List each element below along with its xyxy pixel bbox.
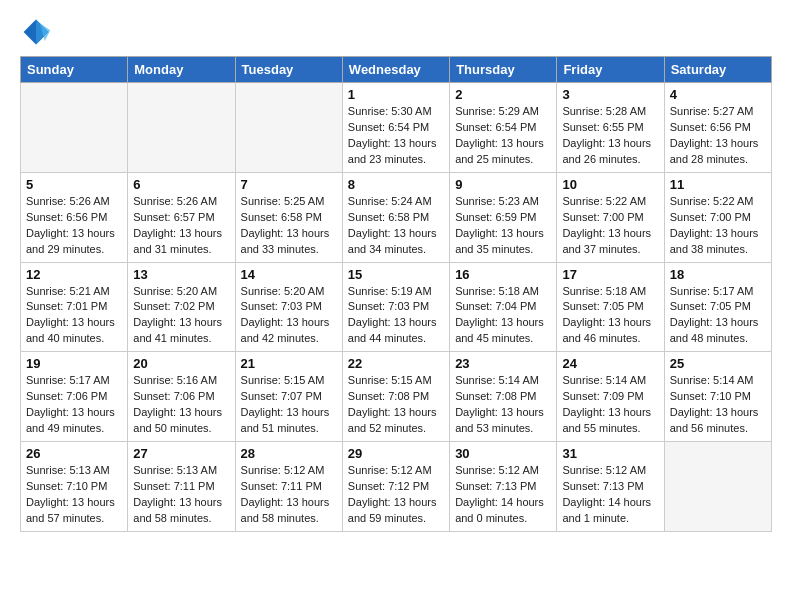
day-info: Sunrise: 5:26 AM Sunset: 6:57 PM Dayligh… — [133, 194, 229, 258]
day-info: Sunrise: 5:21 AM Sunset: 7:01 PM Dayligh… — [26, 284, 122, 348]
calendar-cell: 26Sunrise: 5:13 AM Sunset: 7:10 PM Dayli… — [21, 442, 128, 532]
day-info: Sunrise: 5:17 AM Sunset: 7:06 PM Dayligh… — [26, 373, 122, 437]
day-info: Sunrise: 5:23 AM Sunset: 6:59 PM Dayligh… — [455, 194, 551, 258]
calendar-cell — [235, 83, 342, 173]
day-header-sunday: Sunday — [21, 57, 128, 83]
day-number: 9 — [455, 177, 551, 192]
day-info: Sunrise: 5:14 AM Sunset: 7:10 PM Dayligh… — [670, 373, 766, 437]
calendar-cell: 14Sunrise: 5:20 AM Sunset: 7:03 PM Dayli… — [235, 262, 342, 352]
calendar-cell: 18Sunrise: 5:17 AM Sunset: 7:05 PM Dayli… — [664, 262, 771, 352]
day-info: Sunrise: 5:14 AM Sunset: 7:09 PM Dayligh… — [562, 373, 658, 437]
calendar-cell: 16Sunrise: 5:18 AM Sunset: 7:04 PM Dayli… — [450, 262, 557, 352]
day-info: Sunrise: 5:13 AM Sunset: 7:11 PM Dayligh… — [133, 463, 229, 527]
calendar-header-row: SundayMondayTuesdayWednesdayThursdayFrid… — [21, 57, 772, 83]
calendar-cell: 30Sunrise: 5:12 AM Sunset: 7:13 PM Dayli… — [450, 442, 557, 532]
day-number: 17 — [562, 267, 658, 282]
day-info: Sunrise: 5:19 AM Sunset: 7:03 PM Dayligh… — [348, 284, 444, 348]
calendar-cell — [21, 83, 128, 173]
calendar-week-4: 26Sunrise: 5:13 AM Sunset: 7:10 PM Dayli… — [21, 442, 772, 532]
day-number: 25 — [670, 356, 766, 371]
day-info: Sunrise: 5:14 AM Sunset: 7:08 PM Dayligh… — [455, 373, 551, 437]
day-number: 27 — [133, 446, 229, 461]
day-info: Sunrise: 5:24 AM Sunset: 6:58 PM Dayligh… — [348, 194, 444, 258]
day-number: 28 — [241, 446, 337, 461]
day-header-saturday: Saturday — [664, 57, 771, 83]
calendar-cell: 10Sunrise: 5:22 AM Sunset: 7:00 PM Dayli… — [557, 172, 664, 262]
day-number: 30 — [455, 446, 551, 461]
day-number: 2 — [455, 87, 551, 102]
day-number: 29 — [348, 446, 444, 461]
day-number: 18 — [670, 267, 766, 282]
day-number: 20 — [133, 356, 229, 371]
day-info: Sunrise: 5:26 AM Sunset: 6:56 PM Dayligh… — [26, 194, 122, 258]
day-info: Sunrise: 5:12 AM Sunset: 7:13 PM Dayligh… — [562, 463, 658, 527]
calendar-cell: 22Sunrise: 5:15 AM Sunset: 7:08 PM Dayli… — [342, 352, 449, 442]
calendar-cell: 2Sunrise: 5:29 AM Sunset: 6:54 PM Daylig… — [450, 83, 557, 173]
calendar-cell: 20Sunrise: 5:16 AM Sunset: 7:06 PM Dayli… — [128, 352, 235, 442]
calendar-cell: 31Sunrise: 5:12 AM Sunset: 7:13 PM Dayli… — [557, 442, 664, 532]
calendar-table: SundayMondayTuesdayWednesdayThursdayFrid… — [20, 56, 772, 532]
calendar-cell — [664, 442, 771, 532]
day-info: Sunrise: 5:18 AM Sunset: 7:05 PM Dayligh… — [562, 284, 658, 348]
day-number: 21 — [241, 356, 337, 371]
calendar-cell: 13Sunrise: 5:20 AM Sunset: 7:02 PM Dayli… — [128, 262, 235, 352]
calendar-cell: 3Sunrise: 5:28 AM Sunset: 6:55 PM Daylig… — [557, 83, 664, 173]
calendar-cell: 15Sunrise: 5:19 AM Sunset: 7:03 PM Dayli… — [342, 262, 449, 352]
calendar-cell: 23Sunrise: 5:14 AM Sunset: 7:08 PM Dayli… — [450, 352, 557, 442]
logo — [20, 16, 52, 48]
day-info: Sunrise: 5:28 AM Sunset: 6:55 PM Dayligh… — [562, 104, 658, 168]
logo-icon — [20, 16, 52, 48]
calendar-cell: 12Sunrise: 5:21 AM Sunset: 7:01 PM Dayli… — [21, 262, 128, 352]
calendar-cell: 24Sunrise: 5:14 AM Sunset: 7:09 PM Dayli… — [557, 352, 664, 442]
calendar-cell: 4Sunrise: 5:27 AM Sunset: 6:56 PM Daylig… — [664, 83, 771, 173]
calendar-week-1: 5Sunrise: 5:26 AM Sunset: 6:56 PM Daylig… — [21, 172, 772, 262]
day-info: Sunrise: 5:12 AM Sunset: 7:12 PM Dayligh… — [348, 463, 444, 527]
calendar-cell: 6Sunrise: 5:26 AM Sunset: 6:57 PM Daylig… — [128, 172, 235, 262]
day-number: 4 — [670, 87, 766, 102]
calendar-cell: 19Sunrise: 5:17 AM Sunset: 7:06 PM Dayli… — [21, 352, 128, 442]
day-number: 10 — [562, 177, 658, 192]
calendar-week-2: 12Sunrise: 5:21 AM Sunset: 7:01 PM Dayli… — [21, 262, 772, 352]
day-number: 26 — [26, 446, 122, 461]
day-number: 19 — [26, 356, 122, 371]
day-header-monday: Monday — [128, 57, 235, 83]
day-number: 13 — [133, 267, 229, 282]
day-number: 6 — [133, 177, 229, 192]
day-info: Sunrise: 5:13 AM Sunset: 7:10 PM Dayligh… — [26, 463, 122, 527]
day-header-tuesday: Tuesday — [235, 57, 342, 83]
calendar-cell: 1Sunrise: 5:30 AM Sunset: 6:54 PM Daylig… — [342, 83, 449, 173]
day-number: 31 — [562, 446, 658, 461]
calendar-cell: 28Sunrise: 5:12 AM Sunset: 7:11 PM Dayli… — [235, 442, 342, 532]
calendar-cell: 21Sunrise: 5:15 AM Sunset: 7:07 PM Dayli… — [235, 352, 342, 442]
day-number: 15 — [348, 267, 444, 282]
calendar-cell: 8Sunrise: 5:24 AM Sunset: 6:58 PM Daylig… — [342, 172, 449, 262]
day-info: Sunrise: 5:20 AM Sunset: 7:02 PM Dayligh… — [133, 284, 229, 348]
day-info: Sunrise: 5:15 AM Sunset: 7:07 PM Dayligh… — [241, 373, 337, 437]
calendar-body: 1Sunrise: 5:30 AM Sunset: 6:54 PM Daylig… — [21, 83, 772, 532]
day-number: 5 — [26, 177, 122, 192]
day-info: Sunrise: 5:25 AM Sunset: 6:58 PM Dayligh… — [241, 194, 337, 258]
day-info: Sunrise: 5:15 AM Sunset: 7:08 PM Dayligh… — [348, 373, 444, 437]
day-header-friday: Friday — [557, 57, 664, 83]
day-info: Sunrise: 5:30 AM Sunset: 6:54 PM Dayligh… — [348, 104, 444, 168]
calendar-week-3: 19Sunrise: 5:17 AM Sunset: 7:06 PM Dayli… — [21, 352, 772, 442]
calendar-cell: 7Sunrise: 5:25 AM Sunset: 6:58 PM Daylig… — [235, 172, 342, 262]
calendar-cell: 17Sunrise: 5:18 AM Sunset: 7:05 PM Dayli… — [557, 262, 664, 352]
calendar-cell: 27Sunrise: 5:13 AM Sunset: 7:11 PM Dayli… — [128, 442, 235, 532]
calendar-cell: 25Sunrise: 5:14 AM Sunset: 7:10 PM Dayli… — [664, 352, 771, 442]
calendar-cell: 5Sunrise: 5:26 AM Sunset: 6:56 PM Daylig… — [21, 172, 128, 262]
calendar-week-0: 1Sunrise: 5:30 AM Sunset: 6:54 PM Daylig… — [21, 83, 772, 173]
day-number: 8 — [348, 177, 444, 192]
day-number: 11 — [670, 177, 766, 192]
day-number: 23 — [455, 356, 551, 371]
day-header-wednesday: Wednesday — [342, 57, 449, 83]
calendar-cell: 29Sunrise: 5:12 AM Sunset: 7:12 PM Dayli… — [342, 442, 449, 532]
day-info: Sunrise: 5:12 AM Sunset: 7:11 PM Dayligh… — [241, 463, 337, 527]
day-number: 7 — [241, 177, 337, 192]
calendar-cell: 9Sunrise: 5:23 AM Sunset: 6:59 PM Daylig… — [450, 172, 557, 262]
day-info: Sunrise: 5:20 AM Sunset: 7:03 PM Dayligh… — [241, 284, 337, 348]
day-info: Sunrise: 5:16 AM Sunset: 7:06 PM Dayligh… — [133, 373, 229, 437]
day-info: Sunrise: 5:29 AM Sunset: 6:54 PM Dayligh… — [455, 104, 551, 168]
day-header-thursday: Thursday — [450, 57, 557, 83]
day-number: 3 — [562, 87, 658, 102]
